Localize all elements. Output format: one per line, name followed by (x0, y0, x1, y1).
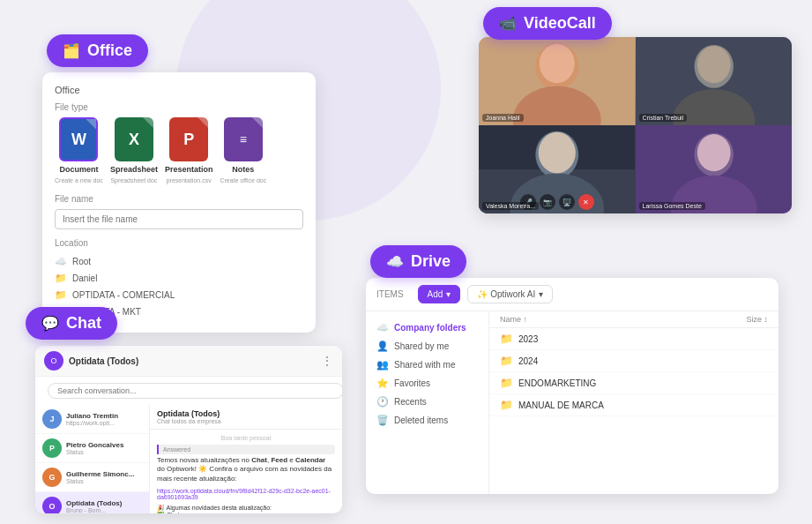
chat-badge[interactable]: 💬 Chat (26, 307, 117, 340)
chat-search-input[interactable] (48, 383, 342, 399)
drive-nav-favorites[interactable]: ⭐ Favorites (366, 374, 488, 393)
guilherme-info: Guilherme Simonc... Status (66, 470, 142, 484)
recents-icon: 🕐 (376, 396, 389, 408)
chat-msg-link: https://work.optidata.cloud/fm/9f8d42f12… (157, 488, 335, 500)
chat-icon: 💬 (41, 315, 59, 332)
file-type-doc[interactable]: W Document Create a new doc (55, 117, 103, 183)
videocall-badge[interactable]: 📹 VideoCall (483, 7, 612, 40)
file-type-xls[interactable]: X Spreadsheet Spreadsheet doc (110, 117, 158, 183)
drive-nav-recents-label: Recents (394, 397, 427, 407)
video-tile-2-label: Cristian Trebuil (639, 114, 688, 122)
drive-nav-shared-with[interactable]: 👥 Shared with me (366, 356, 488, 374)
juliano-info: Juliano Tremtin https://work.opti... (66, 412, 142, 426)
juliano-preview: https://work.opti... (66, 420, 142, 426)
video-tile-3-label: Valeska Moreira... (482, 202, 539, 210)
svg-point-17 (697, 134, 730, 171)
location-comercial-text: OPTIDATA - COMERCIAL (72, 290, 175, 300)
chat-header-menu[interactable]: ⋮ (321, 354, 333, 368)
chat-msg-text-1: Temos novas atualizações no Chat, Feed e… (157, 456, 335, 483)
col-name-header[interactable]: Name ↑ (500, 315, 715, 324)
drive-add-button[interactable]: Add ▾ (418, 285, 461, 303)
chat-messages: Boa tarde pessoal Answered Temos novas a… (150, 430, 342, 513)
drive-file-2023[interactable]: 📁 2023 (489, 328, 778, 350)
drive-badge[interactable]: ☁️ Drive (370, 245, 466, 278)
file-type-label: File type (55, 102, 303, 112)
svg-point-13 (539, 132, 576, 174)
xls-label: Spreadsheet (110, 165, 158, 174)
folder-manual-name: MANUAL DE MARCA (518, 400, 715, 410)
vc-screen-btn[interactable]: 🖥️ (559, 194, 575, 210)
vc-end-btn[interactable]: ✕ (578, 194, 594, 210)
chat-convo-header: Optidata (Todos) Chat todos da empresa (150, 405, 342, 430)
location-root[interactable]: ☁️ Root (55, 253, 303, 270)
pietro-avatar: P (42, 438, 62, 458)
file-name-input[interactable] (55, 209, 303, 229)
chat-contact-optidata[interactable]: O Optidata (Todos) Bruno - Bom... (35, 492, 149, 513)
folder-manual-icon: 📁 (500, 399, 513, 411)
chat-contact-pietro[interactable]: P Pietro Goncalves Status (35, 434, 149, 463)
drive-file-manual[interactable]: 📁 MANUAL DE MARCA (489, 394, 778, 416)
chat-contact-juliano[interactable]: J Juliano Tremtin https://work.opti... (35, 405, 149, 434)
drive-file-2024[interactable]: 📁 2024 (489, 350, 778, 372)
guilherme-preview: Status (66, 478, 142, 484)
doc-icon: W (59, 117, 98, 161)
notes-sublabel: Create office doc (220, 177, 266, 183)
drive-items-label: ITEMS (376, 289, 404, 299)
drive-nav-shared-by[interactable]: 👤 Shared by me (366, 337, 488, 356)
folder-endomarketing-name: ENDOMARKETING (518, 378, 715, 388)
chat-msg-bullets: 🎉 Algumas novidades desta atualização: ✅… (157, 505, 335, 513)
guilherme-avatar: G (42, 468, 62, 487)
drive-nav-company[interactable]: ☁️ Company folders (366, 318, 488, 337)
videocall-icon: 📹 (499, 15, 517, 32)
chat-contact-guilherme[interactable]: G Guilherme Simonc... Status (35, 463, 149, 492)
drive-ai-button[interactable]: ✨ Optiwork AI ▾ (467, 285, 553, 303)
folder-2024-icon: 📁 (500, 355, 513, 367)
drive-table-header: Name ↑ Size ↕ (489, 311, 778, 328)
folder-2024-name: 2024 (518, 356, 715, 366)
shared-with-icon: 👥 (376, 359, 389, 371)
col-size-header[interactable]: Size ↕ (715, 315, 768, 324)
location-root-text: Root (72, 257, 91, 266)
drive-icon: ☁️ (386, 253, 404, 270)
convo-sub: Chat todos da empresa (157, 418, 221, 424)
office-badge-label: Office (87, 41, 132, 60)
chat-replied: Answered (157, 445, 335, 454)
location-comercial[interactable]: 📁 OPTIDATA - COMERCIAL (55, 287, 303, 303)
optidata-preview: Bruno - Bom... (66, 507, 142, 513)
doc-label: Document (59, 165, 98, 174)
video-tile-3: 🎤 📷 🖥️ ✕ Valeska Moreira... (479, 125, 636, 213)
optidata-avatar: O (42, 497, 62, 513)
pietro-name: Pietro Goncalves (66, 441, 142, 449)
office-badge[interactable]: 🗂️ Office (47, 34, 148, 67)
folder-2023-icon: 📁 (500, 333, 513, 345)
juliano-name: Juliano Tremtin (66, 412, 142, 420)
drive-toolbar: ITEMS Add ▾ ✨ Optiwork AI ▾ (366, 278, 778, 311)
file-type-notes[interactable]: ≡ Notes Create office doc (220, 117, 266, 183)
root-icon: ☁️ (55, 256, 67, 267)
ppt-sublabel: presentation.csv (167, 177, 212, 183)
deleted-icon: 🗑️ (376, 415, 389, 426)
vc-cam-btn[interactable]: 📷 (540, 194, 555, 210)
video-tile-2: Cristian Trebuil (636, 37, 793, 125)
office-panel-title: Office (55, 85, 303, 95)
folder-endomarketing-icon: 📁 (500, 377, 513, 389)
videocall-panel: Joanna Halil Cristian Trebuil 🎤 📷 🖥️ ✕ V… (479, 37, 792, 213)
notes-icon: ≡ (224, 117, 263, 161)
chat-time-divider: Boa tarde pessoal (157, 435, 335, 441)
svg-point-8 (697, 46, 730, 83)
drive-nav-recents[interactable]: 🕐 Recents (366, 393, 488, 411)
notes-label: Notes (232, 165, 254, 174)
doc-sublabel: Create a new doc (55, 177, 103, 183)
company-icon: ☁️ (376, 322, 389, 333)
guilherme-name: Guilherme Simonc... (66, 470, 142, 478)
chat-link[interactable]: https://work.optidata.cloud/fm/9f8d42f12… (157, 488, 335, 500)
optidata-name: Optidata (Todos) (66, 499, 142, 507)
drive-content: Name ↑ Size ↕ 📁 2023 📁 2024 📁 ENDOMARKET… (489, 311, 778, 494)
drive-nav-deleted[interactable]: 🗑️ Deleted items (366, 411, 488, 430)
drive-file-endomarketing[interactable]: 📁 ENDOMARKETING (489, 372, 778, 394)
location-daniel[interactable]: 📁 Daniel (55, 270, 303, 287)
chat-header: O Optidata (Todos) ⋮ (35, 346, 342, 377)
drive-nav-shared-by-label: Shared by me (394, 341, 449, 351)
optidata-info: Optidata (Todos) Bruno - Bom... (66, 499, 142, 513)
file-type-ppt[interactable]: P Presentation presentation.csv (165, 117, 213, 183)
